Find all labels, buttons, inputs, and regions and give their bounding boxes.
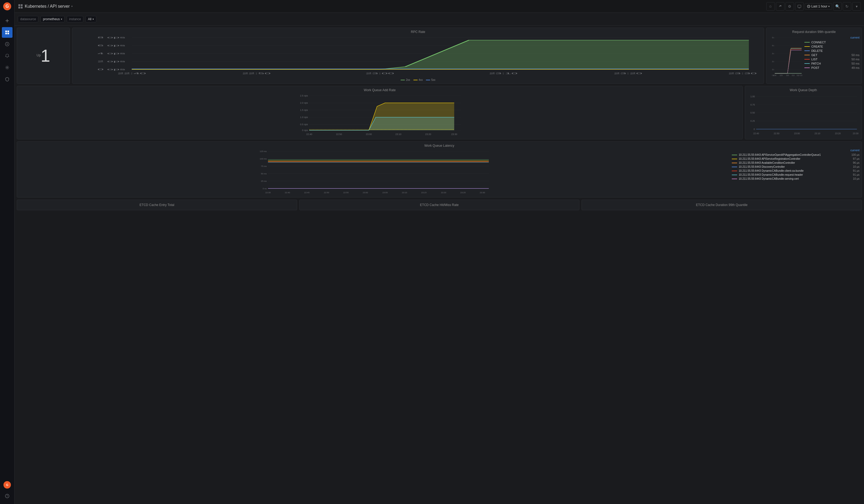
svg-text:23:30: 23:30 <box>853 132 859 135</box>
legend-get: GET 50 ms <box>804 53 860 57</box>
instance-value: All <box>88 17 91 21</box>
panel-request-duration: Request duration 99th quantile 50 s 40 s… <box>766 28 862 84</box>
svg-text:23:00: 23:00 <box>363 192 368 194</box>
bell-icon[interactable] <box>2 50 12 61</box>
prometheus-value: prometheus <box>43 17 60 21</box>
latency-legend: current 10.211.55.55:6443 APIServiceOpen… <box>732 149 860 195</box>
settings-button[interactable]: ⚙ <box>785 2 794 11</box>
svg-text:22:40: 22:40 <box>306 133 312 136</box>
latency-legend-2-val: 97 μs <box>848 157 860 160</box>
svg-text:23:30: 23:30 <box>728 72 757 75</box>
time-picker[interactable]: Last 1 hour ▾ <box>805 3 832 10</box>
latency-legend-6-val: 91 μs <box>848 173 860 176</box>
svg-text:23:20: 23:20 <box>441 192 446 194</box>
connect-label: CONNECT <box>811 41 846 44</box>
latency-legend-3-val: 96 μs <box>848 161 860 164</box>
latency-chart: 125 ms 100 ms 75 ms 50 ms 25 ms 0 ns 22:… <box>19 149 730 195</box>
grid-app-icon <box>18 4 23 9</box>
chevron-icon[interactable]: ▾ <box>71 5 73 8</box>
panel-rpc-rate: RPC Rate 8 ops 6 ops 4 ops 2 ops 0 ops 2… <box>72 28 764 84</box>
share-button[interactable] <box>776 2 784 11</box>
sidebar-bottom: G ? <box>2 481 12 502</box>
req-duration-chart: 50 s 40 s 30 s 20 s 10 s 0 ns 22:40 22:5… <box>768 35 802 77</box>
svg-text:1.5 ops: 1.5 ops <box>300 109 308 111</box>
latency-legend-3-name: 10.211.55.55:6443 AvailableConditionCont… <box>739 161 846 164</box>
legend-create: CREATE <box>804 45 860 49</box>
req-dur-legend: current CONNECT CREATE <box>804 36 860 77</box>
svg-text:23:00: 23:00 <box>794 132 800 135</box>
legend-4xx-label: 4xx <box>419 78 423 81</box>
panel-row-1: Up 1 RPC Rate 8 ops 6 ops 4 ops 2 op <box>17 28 862 84</box>
up-value: 1 <box>41 46 50 66</box>
svg-text:4 ops: 4 ops <box>97 52 125 55</box>
refresh-button[interactable]: ↻ <box>843 2 851 11</box>
svg-point-10 <box>7 67 8 68</box>
wq-add-title: Work Queue Add Rate <box>19 88 740 92</box>
wq-depth-title: Work Queue Depth <box>747 88 860 92</box>
latency-legend-1-name: 10.211.55.55:6443 APIServiceOpenAPIAggre… <box>739 153 846 156</box>
help-icon[interactable]: ? <box>2 491 12 501</box>
legend-patch: PATCH 50 ms <box>804 61 860 66</box>
svg-text:22:40: 22:40 <box>773 74 777 76</box>
svg-text:0.75: 0.75 <box>751 103 755 106</box>
datasource-label: datasource <box>18 16 38 22</box>
time-label: Last 1 hour <box>811 4 827 8</box>
svg-text:0.50: 0.50 <box>751 111 755 114</box>
svg-text:23:30: 23:30 <box>480 192 485 194</box>
svg-text:20 s: 20 s <box>772 60 774 63</box>
avatar[interactable]: G <box>3 481 11 489</box>
panel-wq-latency: Work Queue Latency 125 ms 100 ms 75 <box>17 142 862 197</box>
svg-text:22:40: 22:40 <box>117 72 146 75</box>
refresh-options-button[interactable]: ▾ <box>852 2 861 11</box>
legend-2xx: 2xx <box>400 78 410 81</box>
delete-label: DELETE <box>811 49 846 52</box>
compass-icon[interactable] <box>2 39 12 49</box>
rpc-rate-chart: 8 ops 6 ops 4 ops 2 ops 0 ops 22:40 22:5… <box>74 35 761 77</box>
svg-text:23:00: 23:00 <box>786 74 789 76</box>
svg-text:0 ops: 0 ops <box>302 129 308 132</box>
svg-text:10 s: 10 s <box>772 68 774 71</box>
zoom-button[interactable]: 🔍 <box>833 2 842 11</box>
svg-text:100 ms: 100 ms <box>260 158 266 160</box>
panel-row-3: Work Queue Latency 125 ms 100 ms 75 <box>17 142 862 197</box>
svg-text:23:10: 23:10 <box>815 132 820 135</box>
star-button[interactable]: ☆ <box>766 2 775 11</box>
topbar-title: Kubernetes / API server ▾ <box>18 4 73 9</box>
latency-legend-7-val: 10 μs <box>848 177 860 180</box>
svg-text:0.25: 0.25 <box>751 120 755 122</box>
svg-text:23:20: 23:20 <box>614 72 643 75</box>
legend-list: LIST 50 ms <box>804 57 860 61</box>
grafana-logo[interactable]: G <box>3 2 11 11</box>
svg-text:23:10: 23:10 <box>792 74 795 76</box>
sidebar: G G ? <box>0 0 15 504</box>
svg-rect-13 <box>19 4 20 6</box>
panel-wq-add: Work Queue Add Rate 2.5 ops 2.0 ops 1.5 … <box>17 86 743 139</box>
gear-icon[interactable] <box>2 62 12 73</box>
panel-etcd-hit-miss: ETCD Cache Hit/Miss Rate <box>299 200 580 210</box>
tv-button[interactable] <box>795 2 804 11</box>
svg-marker-73 <box>309 117 454 130</box>
svg-text:22:40: 22:40 <box>753 132 759 135</box>
legend-4xx: 4xx <box>413 78 423 81</box>
current-header: current <box>804 36 860 39</box>
etcd-cache-entry-title: ETCD Cache Entry Total <box>140 203 175 207</box>
svg-marker-36 <box>132 40 749 69</box>
svg-text:23:30: 23:30 <box>800 74 802 76</box>
instance-select[interactable]: All ▾ <box>85 16 96 22</box>
topbar: Kubernetes / API server ▾ ☆ ⚙ Last 1 hou… <box>15 0 864 13</box>
chevron-down-icon: ▾ <box>61 18 62 21</box>
latency-legend-4: 10.211.55.55:6443 DiscoveryController 10… <box>732 165 860 169</box>
svg-text:6 ops: 6 ops <box>97 44 125 47</box>
shield-icon[interactable] <box>2 74 12 85</box>
plus-icon[interactable] <box>2 15 12 26</box>
instance-label: instance <box>67 16 84 22</box>
latency-legend-4-val: 10 μs <box>848 165 860 168</box>
latency-legend-7-name: 10.211.55.55:6443 DynamicCABundle-servin… <box>739 177 846 180</box>
list-val: 50 ms <box>848 58 860 61</box>
grid-icon[interactable] <box>2 27 12 38</box>
svg-point-9 <box>7 44 8 45</box>
svg-text:1.0 ops: 1.0 ops <box>300 116 308 119</box>
panel-etcd-cache-duration: ETCD Cache Duration 99th Quantile <box>581 200 862 210</box>
prometheus-select[interactable]: prometheus ▾ <box>40 16 64 22</box>
rpc-legend: 2xx 4xx 5xx <box>74 78 761 81</box>
